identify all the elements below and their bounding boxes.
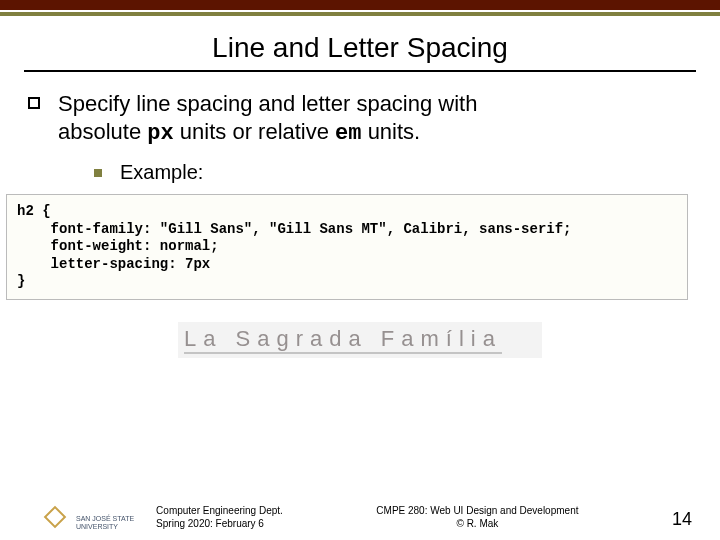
bullet-square-icon — [28, 97, 40, 109]
bar-dark — [0, 0, 720, 10]
rendered-output-box: La Sagrada Família — [178, 322, 542, 358]
header-bars — [0, 0, 720, 16]
footer: SAN JOSÉ STATE UNIVERSITY Computer Engin… — [0, 504, 720, 530]
term-date: Spring 2020: February 6 — [156, 517, 283, 530]
bullet-line2-pre: absolute — [58, 119, 147, 144]
content-area: Specify line spacing and letter spacing … — [0, 90, 720, 184]
bullet-line1: Specify line spacing and letter spacing … — [58, 91, 477, 116]
university-name: SAN JOSÉ STATE UNIVERSITY — [76, 515, 134, 530]
code-em: em — [335, 121, 361, 146]
example-label: Example: — [120, 161, 203, 184]
bullet-small-icon — [94, 169, 102, 177]
copyright: © R. Mak — [283, 517, 672, 530]
code-px: px — [147, 121, 173, 146]
title-underline — [24, 70, 696, 72]
footer-left: Computer Engineering Dept. Spring 2020: … — [156, 504, 283, 530]
bar-olive — [0, 10, 720, 16]
page-number: 14 — [672, 509, 692, 530]
uni-line1: SAN JOSÉ STATE — [76, 515, 134, 522]
uni-line2: UNIVERSITY — [76, 523, 134, 530]
rendered-heading: La Sagrada Família — [184, 326, 502, 354]
bullet-line2-post: units. — [362, 119, 421, 144]
footer-center: CMPE 280: Web UI Design and Development … — [283, 504, 672, 530]
sub-bullet-row: Example: — [94, 161, 692, 184]
bullet-row: Specify line spacing and letter spacing … — [28, 90, 692, 147]
slide-title: Line and Letter Spacing — [0, 32, 720, 64]
dept: Computer Engineering Dept. — [156, 504, 283, 517]
bullet-line2-mid: units or relative — [174, 119, 335, 144]
bullet-text: Specify line spacing and letter spacing … — [58, 90, 477, 147]
course: CMPE 280: Web UI Design and Development — [283, 504, 672, 517]
sjsu-logo-icon — [44, 506, 68, 530]
code-block: h2 { font-family: "Gill Sans", "Gill San… — [6, 194, 688, 300]
